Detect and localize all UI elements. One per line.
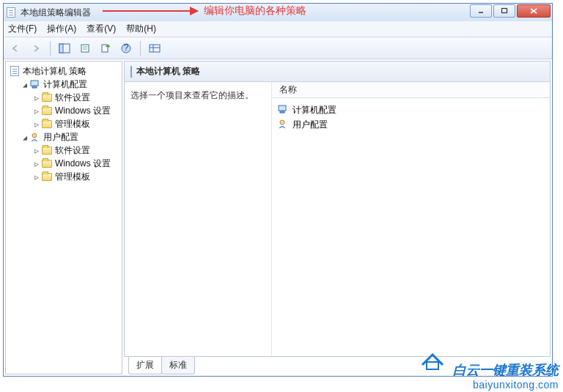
svg-text:?: ? bbox=[124, 43, 129, 53]
menu-view[interactable]: 查看(V) bbox=[87, 23, 116, 35]
tree-root[interactable]: 本地计算机 策略 bbox=[7, 64, 120, 78]
svg-rect-16 bbox=[32, 86, 37, 88]
folder-icon bbox=[41, 118, 53, 130]
folder-icon bbox=[41, 144, 53, 156]
content-header: 本地计算机 策略 bbox=[125, 62, 550, 82]
svg-rect-15 bbox=[31, 81, 38, 86]
filter-button[interactable] bbox=[146, 40, 163, 57]
list-item[interactable]: 计算机配置 bbox=[278, 103, 544, 117]
app-icon bbox=[7, 7, 17, 18]
window: 本地组策略编辑器 文件(F) 操作(A) 查看(V) 帮助(H) ? bbox=[3, 3, 553, 377]
content-box: 本地计算机 策略 选择一个项目来查看它的描述。 名称 计算机配置 bbox=[124, 61, 551, 357]
policy-icon bbox=[9, 65, 21, 77]
expander-icon[interactable]: ▷ bbox=[32, 120, 41, 128]
minimize-button[interactable] bbox=[470, 4, 492, 18]
forward-button[interactable] bbox=[27, 40, 45, 57]
svg-line-2 bbox=[531, 9, 537, 13]
menu-file[interactable]: 文件(F) bbox=[8, 23, 37, 35]
menu-help[interactable]: 帮助(H) bbox=[126, 23, 156, 35]
toolbar-separator bbox=[50, 41, 51, 56]
user-icon bbox=[29, 131, 41, 143]
tree-label: Windows 设置 bbox=[55, 158, 111, 170]
window-controls bbox=[470, 4, 551, 18]
content-title: 本地计算机 策略 bbox=[136, 65, 200, 78]
folder-icon bbox=[41, 158, 53, 169]
content-body: 选择一个项目来查看它的描述。 名称 计算机配置 用户配置 bbox=[125, 82, 550, 356]
tree-label: Windows 设置 bbox=[55, 105, 111, 117]
watermark-cn: 白云一键重装系统 bbox=[453, 361, 559, 379]
expander-icon[interactable]: ▷ bbox=[32, 160, 41, 168]
tree-label: 软件设置 bbox=[55, 92, 90, 104]
tree-computer-config[interactable]: ◢ 计算机配置 bbox=[19, 78, 120, 91]
expander-icon[interactable]: ◢ bbox=[21, 81, 29, 89]
tree-pane[interactable]: 本地计算机 策略 ◢ 计算机配置 ▷软件设置 ▷Windows 设置 ▷管理模板… bbox=[5, 61, 122, 374]
svg-rect-19 bbox=[280, 111, 284, 113]
watermark: 白云一键重装系统 baiyunxitong.com bbox=[453, 361, 559, 391]
toolbar-separator bbox=[140, 41, 141, 56]
list-panel: 名称 计算机配置 用户配置 bbox=[271, 82, 550, 356]
tree-user-templates[interactable]: ▷管理模板 bbox=[31, 170, 120, 183]
tree-label: 管理模板 bbox=[55, 171, 90, 183]
tree-label: 用户配置 bbox=[43, 131, 78, 144]
folder-icon bbox=[41, 105, 53, 117]
content-pane: 本地计算机 策略 选择一个项目来查看它的描述。 名称 计算机配置 bbox=[124, 61, 551, 374]
toolbar: ? bbox=[4, 37, 552, 59]
main-split: 本地计算机 策略 ◢ 计算机配置 ▷软件设置 ▷Windows 设置 ▷管理模板… bbox=[4, 59, 552, 376]
svg-rect-5 bbox=[59, 44, 63, 53]
tree-label: 管理模板 bbox=[55, 118, 90, 130]
svg-point-17 bbox=[32, 133, 37, 138]
folder-icon bbox=[41, 92, 53, 103]
help-button[interactable]: ? bbox=[117, 40, 135, 57]
arrow-icon bbox=[103, 10, 198, 12]
svg-rect-6 bbox=[81, 45, 89, 52]
window-title: 本地组策略编辑器 bbox=[21, 7, 91, 19]
svg-line-3 bbox=[531, 9, 537, 13]
expander-icon[interactable]: ▷ bbox=[32, 107, 41, 115]
user-icon bbox=[278, 119, 288, 131]
tree-user-config[interactable]: ◢ 用户配置 bbox=[19, 130, 120, 144]
properties-button[interactable] bbox=[76, 40, 94, 57]
list-item-label: 计算机配置 bbox=[292, 104, 336, 117]
close-button[interactable] bbox=[517, 4, 551, 18]
description-panel: 选择一个项目来查看它的描述。 bbox=[125, 82, 271, 356]
computer-icon bbox=[29, 78, 41, 90]
tree-computer-windows[interactable]: ▷Windows 设置 bbox=[31, 104, 120, 117]
watermark-logo bbox=[419, 349, 446, 373]
list-item[interactable]: 用户配置 bbox=[278, 117, 544, 132]
annotation-text: 编辑你电脑的各种策略 bbox=[204, 4, 306, 18]
computer-icon bbox=[278, 104, 288, 117]
svg-point-20 bbox=[280, 120, 284, 125]
expander-icon[interactable]: ▷ bbox=[32, 94, 41, 102]
column-header-name[interactable]: 名称 bbox=[272, 82, 550, 98]
policy-icon bbox=[130, 67, 132, 77]
tree-root-label: 本地计算机 策略 bbox=[23, 65, 87, 78]
tab-standard[interactable]: 标准 bbox=[161, 357, 195, 374]
show-hide-tree-button[interactable] bbox=[56, 40, 73, 57]
svg-rect-18 bbox=[279, 106, 286, 111]
folder-icon bbox=[41, 171, 53, 182]
svg-rect-12 bbox=[150, 45, 160, 52]
svg-rect-1 bbox=[502, 9, 507, 13]
back-button[interactable] bbox=[7, 40, 24, 57]
tree-label: 软件设置 bbox=[55, 144, 90, 157]
tree-user-windows[interactable]: ▷Windows 设置 bbox=[31, 157, 120, 170]
watermark-en: baiyunxitong.com bbox=[453, 379, 559, 391]
svg-rect-21 bbox=[427, 362, 438, 369]
annotation-callout: 编辑你电脑的各种策略 bbox=[103, 4, 306, 18]
tab-extended[interactable]: 扩展 bbox=[128, 357, 162, 374]
expander-icon[interactable]: ◢ bbox=[21, 133, 29, 141]
menubar: 文件(F) 操作(A) 查看(V) 帮助(H) bbox=[4, 21, 552, 37]
list-items: 计算机配置 用户配置 bbox=[272, 98, 550, 136]
maximize-button[interactable] bbox=[493, 4, 515, 18]
description-prompt: 选择一个项目来查看它的描述。 bbox=[130, 89, 265, 102]
list-item-label: 用户配置 bbox=[292, 119, 328, 131]
tree-computer-software[interactable]: ▷软件设置 bbox=[31, 91, 120, 104]
tree-user-software[interactable]: ▷软件设置 bbox=[31, 144, 120, 157]
tree-computer-templates[interactable]: ▷管理模板 bbox=[31, 117, 120, 130]
export-list-button[interactable] bbox=[97, 40, 114, 57]
menu-action[interactable]: 操作(A) bbox=[47, 23, 76, 35]
expander-icon[interactable]: ▷ bbox=[32, 173, 41, 181]
tree-label: 计算机配置 bbox=[43, 78, 87, 91]
expander-icon[interactable]: ▷ bbox=[32, 147, 41, 155]
